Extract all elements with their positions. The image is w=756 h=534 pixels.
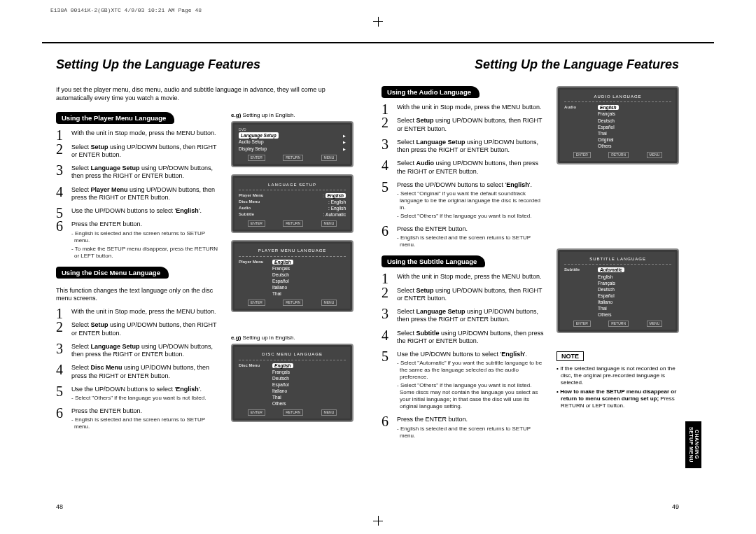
step-item: With the unit in Stop mode, press the ME… <box>382 104 547 111</box>
section-tab-player-menu: Using the Player Menu Language <box>56 112 174 124</box>
step-item: Press the UP/DOWN buttons to select 'Eng… <box>382 181 547 220</box>
steps-player-menu: With the unit in Stop mode, press the ME… <box>56 129 221 259</box>
side-tab: CHANGINGSETUP MENU <box>685 421 701 468</box>
step-item: Select Setup using UP/DOWN buttons, then… <box>382 117 547 133</box>
step-item: Select Audio using UP/DOWN buttons, then… <box>382 160 547 176</box>
step-item: Use the UP/DOWN buttons to select 'Engli… <box>56 207 221 215</box>
page-right: Setting Up the Language Features Using t… <box>368 43 714 513</box>
step-item: Select Setup using UP/DOWN buttons, then… <box>56 143 221 160</box>
note-list: If the selected language is not recorded… <box>556 365 679 409</box>
page-title: Setting Up the Language Features <box>382 57 679 72</box>
step-subnote: Select "Original" if you want the defaul… <box>397 190 547 211</box>
screenshot-audio-lang: AUDIO LANGUAGEAudioEnglishFrançaisDeutsc… <box>556 86 679 164</box>
crop-mark <box>373 21 383 22</box>
page-number: 48 <box>56 503 63 510</box>
steps-audio: With the unit in Stop mode, press the ME… <box>382 104 547 248</box>
step-item: Select Language Setup using UP/DOWN butt… <box>382 308 547 324</box>
screenshot-player-menu-lang: PLAYER MENU LANGUAGEPlayer MenuEnglishFr… <box>231 240 354 312</box>
step-item: Select Language Setup using UP/DOWN butt… <box>56 164 221 181</box>
disc-menu-intro: This function changes the text language … <box>56 287 221 303</box>
screenshot-subtitle-lang: SUBTITLE LANGUAGESubtitleAutomaticEnglis… <box>556 248 679 333</box>
crop-mark <box>378 17 379 27</box>
step-item: Press the ENTER button.English is select… <box>56 407 221 430</box>
step-subnote: To make the SETUP menu disappear, press … <box>71 246 221 260</box>
screenshot-language-setup: LANGUAGE SETUPPlayer Menu: EnglishDisc M… <box>231 174 354 234</box>
content-area: Setting Up the Language Features If you … <box>42 42 714 513</box>
step-subnote: English is selected and the screen retur… <box>71 230 221 244</box>
note-item: If the selected language is not recorded… <box>556 365 679 386</box>
step-item: With the unit in Stop mode, press the ME… <box>382 273 547 281</box>
page-title: Setting Up the Language Features <box>56 57 354 72</box>
page-number: 49 <box>672 503 679 510</box>
step-subnote: Select "Automatic" if you want the subti… <box>397 360 547 381</box>
section-tab-subtitle: Using the Subtitle Language <box>382 255 485 267</box>
step-subnote: Select "Others" if the language you want… <box>397 213 547 220</box>
step-subnote: Select "Others" if the language you want… <box>397 382 547 410</box>
page-left: Setting Up the Language Features If you … <box>42 43 368 513</box>
step-subnote: English is selected and the screen retur… <box>397 426 547 440</box>
step-item: Select Language Setup using UP/DOWN butt… <box>56 343 221 359</box>
example-label: e.g) Setting up in English. <box>231 335 354 341</box>
step-item: Press the ENTER button.English is select… <box>382 416 547 439</box>
step-item: With the unit in Stop mode, press the ME… <box>56 308 221 316</box>
doc-header: E138A 00141K-2(GB)XTC 4/9/03 10:21 AM Pa… <box>50 7 202 13</box>
page-sheet: E138A 00141K-2(GB)XTC 4/9/03 10:21 AM Pa… <box>0 0 756 534</box>
step-item: Select Setup using UP/DOWN buttons, then… <box>382 287 547 303</box>
step-item: Select Disc Menu using UP/DOWN buttons, … <box>56 364 221 380</box>
step-item: Press the ENTER button.English is select… <box>56 220 221 259</box>
steps-subtitle: With the unit in Stop mode, press the ME… <box>382 273 547 439</box>
step-item: With the unit in Stop mode, press the ME… <box>56 129 221 137</box>
step-item: Select Subtitle using UP/DOWN buttons, t… <box>382 330 547 346</box>
crop-mark <box>373 521 383 521</box>
step-subnote: Select "Others" if the language you want… <box>71 395 221 402</box>
step-item: Use the UP/DOWN buttons to select 'Engli… <box>382 351 547 410</box>
example-label: e.g) Setting up in English. <box>231 112 354 118</box>
screenshot-setup-menu: DVDLanguage SetupAudio SetupDisplay Setu… <box>231 121 354 167</box>
step-item: Press the ENTER button.English is select… <box>382 225 547 248</box>
note-item: How to make the SETUP menu disappear or … <box>556 388 679 409</box>
step-item: Select Language Setup using UP/DOWN butt… <box>382 139 547 155</box>
note-label: NOTE <box>556 351 584 361</box>
step-subnote: English is selected and the screen retur… <box>397 234 547 248</box>
step-subnote: English is selected and the screen retur… <box>71 416 221 430</box>
steps-disc-menu: With the unit in Stop mode, press the ME… <box>56 308 221 430</box>
section-tab-disc-menu: Using the Disc Menu Language <box>56 267 169 279</box>
step-item: Select Setup using UP/DOWN buttons, then… <box>56 321 221 337</box>
intro-text: If you set the player menu, disc menu, a… <box>56 86 354 102</box>
screenshot-disc-menu-lang: DISC MENU LANGUAGEDisc MenuEnglishFrança… <box>231 344 354 422</box>
step-item: Use the UP/DOWN buttons to select 'Engli… <box>56 386 221 402</box>
section-tab-audio: Using the Audio Language <box>382 86 479 98</box>
step-item: Select Player Menu using UP/DOWN buttons… <box>56 186 221 202</box>
